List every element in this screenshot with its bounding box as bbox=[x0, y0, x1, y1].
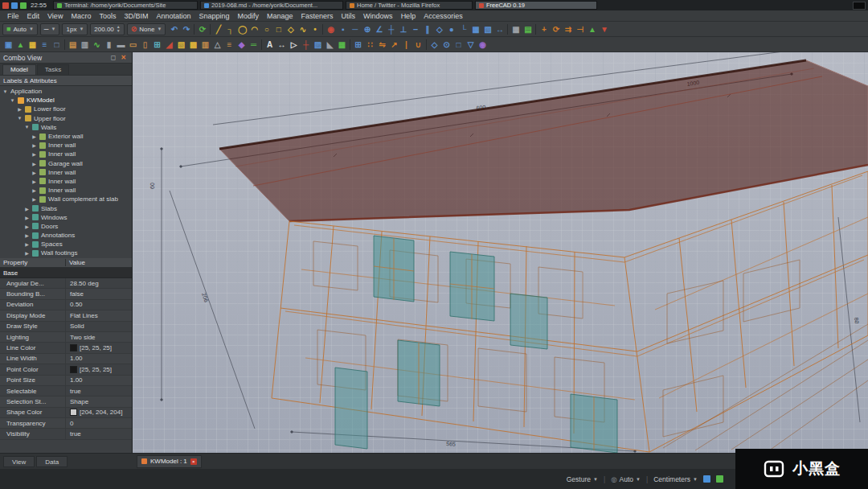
line-width-selector[interactable]: 1px ▼ bbox=[62, 23, 88, 35]
bim-pipe-icon[interactable]: ═ bbox=[248, 38, 260, 51]
expand-arrow-icon[interactable]: ▶ bbox=[31, 161, 37, 166]
combo-view-titlebar[interactable]: Combo View ◻ ✕ bbox=[0, 52, 132, 64]
snap-dimensions-icon[interactable]: ↔ bbox=[493, 23, 506, 35]
tree-item-spaces[interactable]: ▶Spaces bbox=[0, 240, 132, 249]
tab-tasks[interactable]: Tasks bbox=[37, 64, 69, 75]
property-value[interactable]: [204, 204, 204] bbox=[66, 408, 132, 417]
draft-bspline-icon[interactable]: ∿ bbox=[297, 23, 309, 35]
property-value[interactable]: 28.50 deg bbox=[66, 278, 132, 288]
shape-2d-view-icon[interactable]: ◣ bbox=[324, 38, 336, 51]
snap-working-plane-icon[interactable]: ▧ bbox=[481, 23, 493, 35]
tab-model[interactable]: Model bbox=[2, 64, 36, 75]
property-row-line-color[interactable]: Line Color[25, 25, 25] bbox=[0, 343, 132, 353]
tree-item-application[interactable]: ▼Application bbox=[0, 87, 132, 96]
property-row-selection-st[interactable]: Selection St...Shape bbox=[0, 397, 132, 407]
tree-item-wall-footings[interactable]: ▶Wall footings bbox=[0, 249, 132, 257]
snap-endpoint-icon[interactable]: ▪ bbox=[337, 23, 349, 35]
spinner-arrows-icon[interactable]: ▲▼ bbox=[117, 25, 121, 33]
tree-item-inner-wall[interactable]: ▶Inner wall bbox=[0, 150, 132, 158]
expand-arrow-icon[interactable]: ▶ bbox=[31, 151, 37, 157]
tab-data[interactable]: Data bbox=[36, 456, 68, 467]
property-row-deviation[interactable]: Deviation0.50 bbox=[0, 300, 132, 310]
taskbar-window-2019-068-md[interactable]: 2019-068.md - /home/yorik/Document... bbox=[200, 1, 343, 10]
menu-modify[interactable]: Modify bbox=[234, 12, 264, 20]
property-value[interactable]: false bbox=[66, 289, 132, 298]
text-size-spinbox[interactable]: 200.00 ▲▼ bbox=[90, 23, 124, 35]
tree-item-walls[interactable]: ▼Walls bbox=[0, 123, 132, 132]
draft-polyline-icon[interactable]: ┐ bbox=[224, 23, 236, 35]
toggle-grid-icon[interactable]: ▦ bbox=[510, 23, 522, 35]
property-row-selectable[interactable]: Selectabletrue bbox=[0, 386, 132, 397]
snap-near-icon[interactable]: ● bbox=[445, 23, 457, 35]
applications-menu-icon[interactable] bbox=[2, 2, 9, 9]
tree-item-slabs[interactable]: ▶Slabs bbox=[0, 203, 132, 212]
tree-item-inner-wall[interactable]: ▶Inner wall bbox=[0, 186, 132, 195]
menu-utils[interactable]: Utils bbox=[338, 12, 360, 20]
menu-fasteners[interactable]: Fasteners bbox=[297, 12, 338, 20]
bim-rebar-icon[interactable]: ∿ bbox=[91, 38, 103, 51]
tree-item-garage-wall[interactable]: ▶Garage wall bbox=[0, 159, 132, 168]
taskbar-window-terminal-hom[interactable]: Terminal: /home/yorik/Documents/Site bbox=[53, 1, 198, 10]
property-row-lighting[interactable]: LightingTwo side bbox=[0, 332, 132, 343]
property-row-angular-de[interactable]: Angular De...28.50 deg bbox=[0, 278, 132, 289]
tree-item-annotations[interactable]: ▶Annotations bbox=[0, 231, 132, 240]
redo-icon[interactable]: ↷ bbox=[180, 23, 192, 35]
bim-fence-icon[interactable]: ▥ bbox=[199, 38, 211, 51]
snap-angle-icon[interactable]: ∠ bbox=[373, 23, 385, 35]
downgrade-icon[interactable]: ▼ bbox=[598, 23, 610, 35]
property-value[interactable]: true bbox=[66, 386, 132, 396]
property-value[interactable]: 0.50 bbox=[66, 300, 132, 310]
draft-point-icon[interactable]: • bbox=[309, 23, 321, 35]
workspace-switcher-icon[interactable] bbox=[11, 2, 18, 9]
dimension-icon[interactable]: ↔ bbox=[276, 38, 288, 51]
snap-intersection-icon[interactable]: ┼ bbox=[385, 23, 397, 35]
label-icon[interactable]: ▷ bbox=[288, 38, 300, 51]
join-icon[interactable]: ∪ bbox=[412, 38, 424, 51]
snap-midpoint-icon[interactable]: ─ bbox=[349, 23, 361, 35]
tree-item-lower-floor[interactable]: ▶Lower floor bbox=[0, 105, 132, 113]
property-row-draw-style[interactable]: Draw StyleSolid bbox=[0, 322, 132, 332]
expand-arrow-icon[interactable]: ▶ bbox=[31, 134, 37, 139]
menu-3d-bim[interactable]: 3D/BIM bbox=[120, 12, 152, 20]
bim-column-icon[interactable]: ▮ bbox=[103, 38, 115, 51]
bim-space-icon[interactable]: □ bbox=[51, 38, 63, 51]
expand-arrow-icon[interactable]: ▶ bbox=[17, 106, 23, 112]
notifications-icon[interactable] bbox=[703, 475, 710, 483]
split-icon[interactable]: | bbox=[400, 38, 412, 51]
document-tab[interactable]: KWModel : 1 × bbox=[137, 455, 202, 468]
bim-stairs-icon[interactable]: ≡ bbox=[223, 38, 235, 51]
draft-arc-icon[interactable]: ◠ bbox=[248, 23, 260, 35]
float-panel-icon[interactable]: ◻ bbox=[108, 54, 119, 61]
snap-perpendicular-icon[interactable]: ⊥ bbox=[397, 23, 409, 35]
expand-arrow-icon[interactable]: ▶ bbox=[24, 250, 30, 256]
bim-site-icon[interactable]: ▲ bbox=[14, 38, 27, 51]
menu-windows[interactable]: Windows bbox=[359, 12, 397, 20]
upgrade-icon[interactable]: ▲ bbox=[586, 23, 598, 35]
property-row-visibility[interactable]: Visibilitytrue bbox=[0, 429, 132, 439]
bim-level-icon[interactable]: ≡ bbox=[39, 38, 51, 51]
tree-item-windows[interactable]: ▶Windows bbox=[0, 213, 132, 222]
property-value[interactable]: Two side bbox=[66, 332, 132, 342]
move-icon[interactable]: + bbox=[538, 23, 550, 35]
schedule-icon[interactable]: ▦ bbox=[336, 38, 348, 51]
snap-special-icon[interactable]: ◇ bbox=[433, 23, 445, 35]
draft-circle-icon[interactable]: ◯ bbox=[236, 23, 248, 35]
expand-arrow-icon[interactable]: ▶ bbox=[31, 142, 37, 148]
property-row-point-color[interactable]: Point Color[25, 25, 25] bbox=[0, 364, 132, 375]
menu-help[interactable]: Help bbox=[397, 12, 420, 20]
autogroup-selector[interactable]: ⊘ None ▼ bbox=[127, 23, 166, 35]
property-value[interactable]: Flat Lines bbox=[66, 310, 132, 320]
bim-panel-icon[interactable]: ▧ bbox=[175, 38, 187, 51]
workbench-selector[interactable]: ■ Auto ▼ bbox=[2, 23, 38, 35]
system-tray[interactable] bbox=[853, 2, 866, 10]
bim-roof-icon[interactable]: ◢ bbox=[163, 38, 175, 51]
working-plane-icon[interactable]: ▤ bbox=[522, 23, 534, 35]
tree-item-doors[interactable]: ▶Doors bbox=[0, 222, 132, 231]
bim-wall-icon[interactable]: ▤ bbox=[67, 38, 79, 51]
view-isometric-icon[interactable]: ◇ bbox=[428, 38, 440, 51]
offset-icon[interactable]: ⇉ bbox=[562, 23, 574, 35]
nav-style-selector[interactable]: ◎ Auto ▼ bbox=[611, 475, 641, 483]
bim-structure-icon[interactable]: ▥ bbox=[79, 38, 91, 51]
property-value[interactable]: 1.00 bbox=[66, 376, 132, 385]
annotation-text-icon[interactable]: A bbox=[264, 38, 276, 51]
